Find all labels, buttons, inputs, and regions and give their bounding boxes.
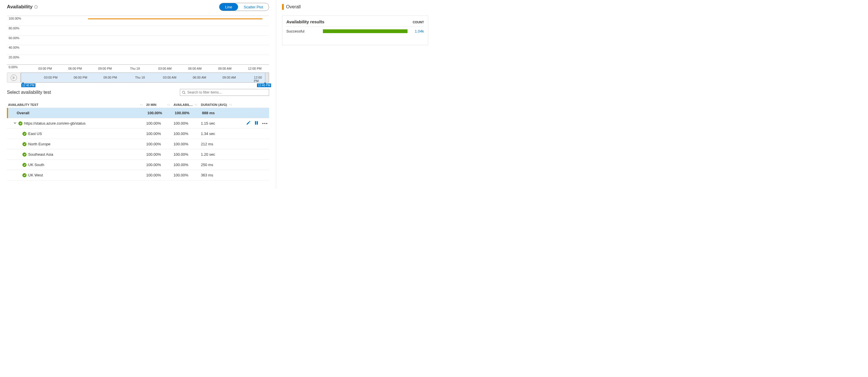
svg-point-0	[183, 91, 185, 93]
sort-icon[interactable]: ↑↓	[194, 103, 197, 106]
x-tick-label: Thu 18	[135, 76, 145, 79]
pause-icon[interactable]	[254, 121, 259, 126]
edit-icon[interactable]	[246, 121, 251, 126]
panel-header: Availability i Line Scatter Plot	[7, 3, 269, 11]
x-tick-label: 09:00 AM	[222, 76, 236, 79]
search-input[interactable]	[187, 90, 267, 94]
cell-duration: 212 ms	[201, 142, 236, 146]
x-tick-label: Thu 18	[130, 67, 140, 70]
cell-avail: 100.00%	[174, 131, 201, 136]
cell-avail: 100.00%	[174, 142, 201, 146]
x-tick-label: 12:00 PM	[248, 67, 261, 70]
panel-title-text: Availability	[7, 4, 33, 10]
x-tick-label: 06:00 AM	[193, 76, 206, 79]
x-tick-label: 12:00 PM	[254, 76, 264, 83]
cell-avail: 100.00%	[174, 163, 201, 167]
info-icon[interactable]: i	[34, 5, 38, 9]
search-box[interactable]	[180, 89, 269, 96]
y-tick-label: 60.00%	[9, 36, 19, 40]
result-name: Successful	[286, 29, 319, 33]
expand-time-button[interactable]	[7, 72, 21, 83]
table-row[interactable]: UK South100.00%100.00%250 ms	[7, 160, 269, 170]
scrub-handle-right[interactable]	[265, 72, 269, 83]
chevron-down-icon[interactable]	[13, 121, 17, 125]
table-row[interactable]: UK West100.00%100.00%363 ms	[7, 170, 269, 181]
x-tick-label: 03:00 AM	[163, 76, 176, 79]
chart-x-ticks: 03:00 PM 06:00 PM 09:00 PM Thu 18 03:00 …	[9, 67, 269, 72]
cell-20min: 100.00%	[146, 131, 174, 136]
chart-type-toggle: Line Scatter Plot	[219, 3, 269, 11]
cell-20min: 100.00%	[146, 152, 174, 157]
x-tick-label: 03:00 AM	[158, 67, 172, 70]
location-name: North Europe	[28, 142, 50, 146]
cell-20min: 100.00%	[146, 163, 174, 167]
cell-duration: 1.15 sec	[201, 121, 236, 125]
status-ok-icon	[23, 173, 27, 177]
details-title: Overall	[282, 4, 428, 10]
x-tick-label: 06:00 AM	[188, 67, 202, 70]
svg-rect-2	[255, 121, 256, 125]
x-tick-label: 06:00 PM	[74, 76, 87, 79]
test-name: https://status.azure.com/en-gb/status	[24, 121, 86, 125]
x-tick-label: 03:00 PM	[38, 67, 52, 70]
col-avail-label[interactable]: Availabil...	[174, 103, 192, 106]
sort-icon[interactable]: ↑↓	[229, 103, 232, 106]
details-panel: Overall Availability results COUNT Succe…	[276, 0, 434, 189]
svg-rect-3	[257, 121, 258, 125]
cell-duration: 250 ms	[201, 163, 236, 167]
table-row[interactable]: Southeast Asia100.00%100.00%1.20 sec	[7, 149, 269, 160]
availability-chart[interactable]: 100.00% 80.00% 60.00% 40.00% 20.00% 0.00…	[7, 15, 269, 73]
result-row[interactable]: Successful1.04k	[286, 29, 424, 33]
overall-name: Overall	[17, 111, 29, 115]
table-row[interactable]: https://status.azure.com/en-gb/status100…	[7, 118, 269, 129]
availability-panel: Availability i Line Scatter Plot 100.00%…	[0, 0, 276, 189]
cell-avail: 100.00%	[174, 121, 201, 125]
tests-title: Select availability test	[7, 90, 51, 95]
cell-duration: 363 ms	[201, 173, 236, 177]
toggle-line[interactable]: Line	[219, 3, 238, 11]
results-body: Successful1.04k	[286, 29, 424, 33]
scrub-end-label: 12:46 PM	[257, 84, 271, 87]
table-row[interactable]: North Europe100.00%100.00%212 ms	[7, 139, 269, 149]
toggle-scatter[interactable]: Scatter Plot	[238, 3, 269, 11]
status-ok-icon	[23, 153, 27, 157]
col-duration-label[interactable]: Duration (avg)	[201, 103, 227, 106]
time-range-bar[interactable]: 03:00 PM 06:00 PM 09:00 PM Thu 18 03:00 …	[21, 72, 269, 83]
more-icon[interactable]: •••	[262, 121, 268, 125]
y-tick-label: 100.00%	[9, 17, 21, 20]
results-count-header: COUNT	[413, 21, 424, 24]
accent-bar	[282, 4, 284, 10]
overall-avail: 100.00%	[175, 111, 202, 115]
result-count: 1.04k	[411, 29, 424, 33]
chart-series-line	[88, 19, 262, 19]
cell-20min: 100.00%	[146, 173, 174, 177]
y-tick-label: 20.00%	[9, 56, 19, 59]
col-20min-label[interactable]: 20 min	[146, 103, 156, 106]
location-name: UK West	[28, 173, 43, 177]
tests-subheader: Select availability test	[7, 89, 269, 96]
cell-20min: 100.00%	[146, 142, 174, 146]
time-range-nav[interactable]: 03:00 PM 06:00 PM 09:00 PM Thu 18 03:00 …	[7, 72, 269, 83]
x-tick-label: 09:00 PM	[103, 76, 117, 79]
status-ok-icon	[23, 163, 27, 167]
sort-icon[interactable]: ↑↓	[167, 103, 170, 106]
y-tick-label: 40.00%	[9, 46, 19, 49]
tests-table-header: Availability Test↑↓ 20 min↑↓ Availabil..…	[7, 98, 269, 108]
table-row[interactable]: East US100.00%100.00%1.34 sec	[7, 129, 269, 139]
result-bar	[323, 29, 407, 33]
status-ok-icon	[23, 142, 27, 146]
location-name: Southeast Asia	[28, 152, 53, 157]
cell-duration: 1.20 sec	[201, 152, 236, 157]
x-tick-label: 09:00 PM	[98, 67, 112, 70]
location-name: UK South	[28, 163, 44, 167]
cell-avail: 100.00%	[174, 152, 201, 157]
cell-duration: 1.34 sec	[201, 131, 236, 136]
x-tick-label: 06:00 PM	[68, 67, 82, 70]
sort-icon[interactable]: ↑↓	[140, 103, 143, 106]
col-name-label[interactable]: Availability Test	[8, 103, 38, 106]
results-card-header: Availability results COUNT	[286, 19, 424, 27]
scrub-start-label: 12:46 PM	[21, 84, 35, 87]
row-overall[interactable]: Overall 100.00% 100.00% 888 ms	[7, 108, 269, 118]
expand-icon	[11, 74, 17, 81]
y-tick-label: 80.00%	[9, 27, 19, 30]
